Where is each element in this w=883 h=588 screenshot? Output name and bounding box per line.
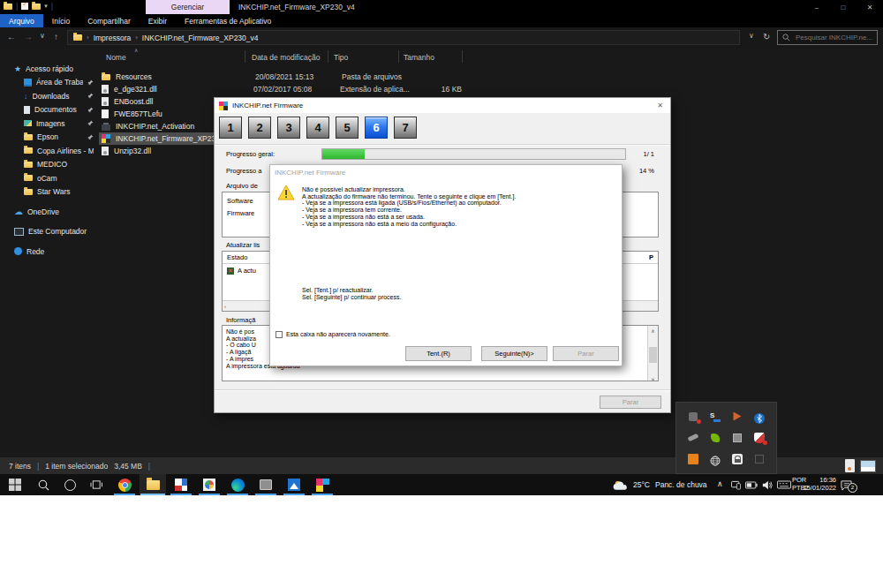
touch-keyboard-icon[interactable]: [777, 480, 791, 489]
scroll-up-icon[interactable]: ∧: [651, 328, 654, 334]
search-box[interactable]: [777, 30, 878, 45]
weather-widget[interactable]: 25°C Panc. de chuva: [613, 474, 707, 495]
refresh-icon[interactable]: ↻: [763, 32, 770, 41]
badge: [763, 441, 767, 445]
start-button[interactable]: [2, 474, 28, 495]
taskbar-search-button[interactable]: [30, 474, 57, 495]
tab-inicio[interactable]: Início: [43, 14, 79, 27]
minimize-button[interactable]: –: [804, 0, 830, 14]
power-icon[interactable]: [688, 411, 698, 422]
address-dropdown-icon[interactable]: ∨: [749, 32, 754, 40]
show-hidden-icons-chevron[interactable]: ∧: [717, 479, 723, 488]
qat-separator: |: [51, 2, 53, 11]
folder-icon[interactable]: [4, 4, 12, 10]
up-icon[interactable]: ↑: [54, 32, 58, 41]
vertical-scrollbar[interactable]: ∧ ∨: [647, 326, 658, 381]
wizard-stop-button[interactable]: Parar: [600, 396, 661, 409]
search-input[interactable]: [794, 33, 877, 42]
sidebar-item-imagens[interactable]: Imagens: [0, 117, 95, 131]
step-3: 3: [277, 117, 300, 139]
sidebar-item-medico[interactable]: MEDICO: [0, 158, 95, 172]
app-box-icon[interactable]: [732, 433, 743, 443]
sidebar-item-documentos[interactable]: Documentos: [0, 103, 95, 117]
tab-ferramentas-de-aplicativo[interactable]: Ferramentas de Aplicativo: [176, 14, 280, 27]
quick-access-star-icon: ★: [14, 64, 21, 73]
scrollbar-thumb[interactable]: [649, 347, 657, 363]
breadcrumb[interactable]: › Impressora › INKCHIP.net_Firmware_XP23…: [67, 30, 740, 45]
recent-locations-chevron-icon[interactable]: ∨: [40, 32, 45, 40]
list-header-estado[interactable]: Estado: [227, 253, 247, 261]
sidebar-item-ocam[interactable]: oCam: [0, 171, 95, 185]
new-folder-icon[interactable]: [32, 4, 41, 10]
breadcrumb-impressora[interactable]: Impressora: [94, 34, 132, 42]
breadcrumb-current-folder[interactable]: INKCHIP.net_Firmware_XP230_v4: [142, 34, 259, 42]
file-row-edge321[interactable]: e_dge321.dll 07/02/2017 05:08 Extensão d…: [99, 83, 883, 95]
volume-icon[interactable]: [762, 480, 773, 490]
taskbar-pdf-app[interactable]: [168, 474, 194, 495]
scroll-left-icon[interactable]: ‹: [224, 304, 226, 309]
taskbar-photos[interactable]: [281, 474, 307, 495]
clock-date: 15/01/2022: [799, 485, 836, 493]
column-header-tamanho[interactable]: Tamanho: [404, 53, 434, 62]
dont-show-again-checkbox[interactable]: [275, 331, 283, 338]
column-header-tipo[interactable]: Tipo: [334, 53, 348, 62]
taskbar-system-app[interactable]: [253, 474, 279, 495]
next-button[interactable]: Seguinte(N)>: [481, 346, 547, 361]
file-row-resources[interactable]: Resources 20/08/2021 15:13 Pasta de arqu…: [99, 71, 883, 83]
maximize-button[interactable]: □: [830, 0, 857, 14]
nvidia-icon[interactable]: [710, 433, 721, 443]
ribbon-contextual-tab-manage[interactable]: Gerenciar: [146, 0, 230, 14]
placeholder-icon[interactable]: [754, 454, 765, 464]
samsung-settings-icon[interactable]: S: [710, 411, 721, 422]
sidebar-item-area-de-trabalho[interactable]: Área de Trabalho: [0, 76, 95, 90]
connected-devices-icon[interactable]: [731, 480, 741, 490]
sidebar-item-copa-airlines[interactable]: Copa Airlines - Mala: [0, 144, 95, 158]
sidebar-item-onedrive[interactable]: ☁ OneDrive: [0, 205, 95, 219]
close-icon[interactable]: ✕: [657, 102, 666, 109]
step-4: 4: [306, 117, 329, 139]
task-view-button[interactable]: [83, 474, 109, 495]
sidebar-item-star-wars[interactable]: Star Wars: [0, 185, 95, 200]
orange-app-icon[interactable]: [688, 454, 698, 464]
retry-button[interactable]: Tent.(R): [405, 346, 472, 361]
properties-check-icon[interactable]: ✓: [21, 3, 28, 10]
inkchip-app-icon: [219, 102, 228, 110]
battery-icon[interactable]: [745, 481, 758, 489]
column-header-nome[interactable]: Nome: [106, 53, 126, 62]
tab-exibir[interactable]: Exibir: [140, 14, 176, 27]
globe-icon[interactable]: [710, 454, 721, 464]
sidebar-item-downloads[interactable]: ↓ Downloads: [0, 89, 95, 103]
taskbar-edge[interactable]: [224, 474, 251, 495]
taskbar-inkchip[interactable]: [309, 474, 336, 495]
close-button[interactable]: ✕: [857, 0, 883, 14]
sidebar-item-acesso-rapido[interactable]: ★ Acesso rápido: [0, 62, 95, 76]
cortana-button[interactable]: [57, 474, 83, 495]
forward-icon[interactable]: →: [24, 32, 33, 41]
sidebar-item-este-computador[interactable]: Este Computador: [0, 225, 95, 239]
back-icon[interactable]: ←: [7, 32, 16, 41]
action-center-button[interactable]: 2: [841, 479, 855, 491]
list-header-ip[interactable]: P: [649, 253, 653, 261]
gpu-icon[interactable]: [732, 411, 743, 422]
bluetooth-icon[interactable]: [754, 411, 765, 422]
taskbar-file-explorer[interactable]: [140, 474, 166, 495]
window-title: INKCHIP.net_Firmware_XP230_v4: [238, 3, 355, 11]
antivirus-icon[interactable]: [754, 433, 765, 443]
scroll-right-icon[interactable]: ›: [658, 304, 659, 309]
column-header-data[interactable]: Data de modificação: [252, 53, 321, 62]
tab-compartilhar[interactable]: Compartilhar: [79, 14, 140, 27]
details-view-button[interactable]: [845, 459, 855, 472]
tab-arquivo[interactable]: Arquivo: [0, 14, 43, 27]
clock[interactable]: 16:36 15/01/2022: [799, 477, 836, 492]
sidebar-item-epson[interactable]: Epson: [0, 131, 95, 145]
mouse-icon[interactable]: [688, 433, 698, 443]
dll-file-icon: [102, 147, 109, 155]
taskbar-chrome[interactable]: [111, 474, 138, 495]
scroll-down-icon[interactable]: ∨: [651, 376, 654, 381]
qat-customize-chevron-icon[interactable]: ▾: [44, 3, 48, 10]
taskbar-image-editor[interactable]: [196, 474, 223, 495]
sidebar-item-rede[interactable]: Rede: [0, 245, 95, 259]
lock-icon[interactable]: [732, 454, 743, 464]
stop-button-disabled[interactable]: Parar: [553, 346, 619, 361]
thumbnails-view-button[interactable]: [860, 460, 876, 472]
